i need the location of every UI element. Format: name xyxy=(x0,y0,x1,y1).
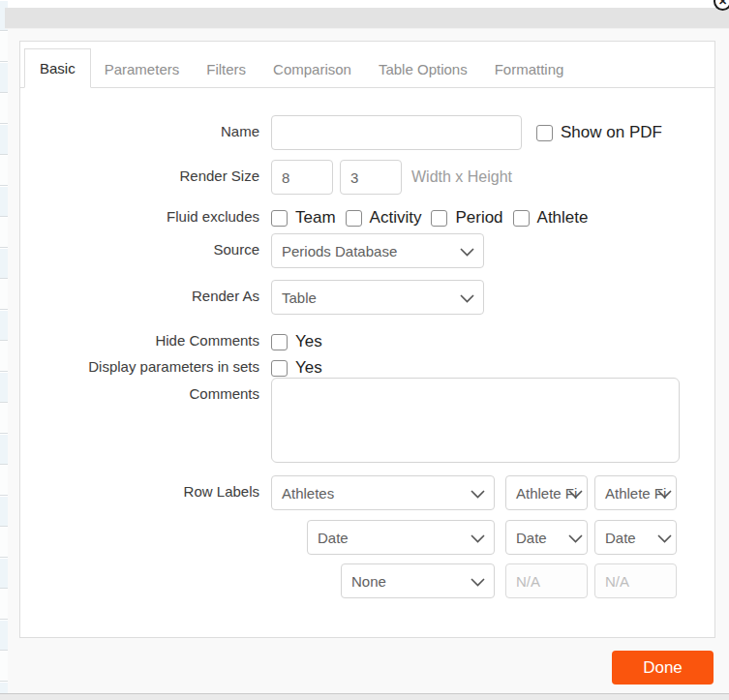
display-parameters-option-label: Yes xyxy=(295,358,322,378)
display-parameters-label: Display parameters in sets xyxy=(20,354,271,375)
row-labels-main-value-3: None xyxy=(351,573,386,590)
background-bottom-strip xyxy=(0,693,729,700)
fluid-excludes-label: Fluid excludes xyxy=(20,204,271,225)
row-labels-row-1: Row Labels Athletes Athlete Fi Athlete F… xyxy=(20,475,714,510)
render-size-row: Render Size Width x Height xyxy=(20,160,714,195)
chevron-down-icon xyxy=(460,248,474,257)
row-labels-sub-select-2b[interactable]: Date xyxy=(594,520,677,555)
display-parameters-group: Yes xyxy=(271,354,322,378)
edit-element-dialog: Basic Parameters Filters Comparison Tabl… xyxy=(8,29,729,693)
row-labels-na-field-a: N/A xyxy=(505,563,588,598)
row-labels-main-value-1: Athletes xyxy=(282,485,334,502)
tab-basic[interactable]: Basic xyxy=(24,48,91,88)
fluid-activity-label: Activity xyxy=(370,208,422,228)
render-as-select[interactable]: Table xyxy=(271,280,484,315)
chevron-down-icon xyxy=(568,534,583,543)
render-size-label: Render Size xyxy=(20,160,271,184)
hide-comments-checkbox[interactable] xyxy=(271,334,288,350)
na-value-a: N/A xyxy=(516,573,540,590)
render-as-row: Render As Table xyxy=(20,280,714,315)
show-on-pdf-checkbox[interactable] xyxy=(536,125,553,141)
source-select[interactable]: Periods Database xyxy=(271,233,484,268)
row-labels-sub-value-2a: Date xyxy=(516,530,547,546)
tab-filters[interactable]: Filters xyxy=(193,51,259,87)
row-labels-main-select-2[interactable]: Date xyxy=(307,520,495,555)
row-labels-sub-value-2b: Date xyxy=(605,530,636,546)
row-labels-row-2: Date Date Date xyxy=(20,520,714,555)
chevron-down-icon xyxy=(471,534,485,543)
fluid-period-checkbox[interactable] xyxy=(431,210,447,227)
chevron-down-icon xyxy=(471,490,485,499)
source-select-value: Periods Database xyxy=(282,243,397,259)
tab-formatting[interactable]: Formatting xyxy=(481,51,578,87)
chevron-down-icon xyxy=(657,490,672,499)
row-labels-row-3: None N/A N/A xyxy=(20,563,714,598)
comments-label: Comments xyxy=(20,378,271,402)
row-labels-label: Row Labels xyxy=(20,475,271,500)
chevron-down-icon xyxy=(460,294,474,303)
row-labels-sub-select-1b[interactable]: Athlete Fi xyxy=(594,475,677,510)
basic-form: Name Show on PDF Render Size Width x Hei… xyxy=(20,88,714,598)
render-width-input[interactable] xyxy=(271,160,333,195)
show-on-pdf-label: Show on PDF xyxy=(561,123,662,142)
tab-comparison[interactable]: Comparison xyxy=(259,51,365,87)
tab-parameters[interactable]: Parameters xyxy=(91,51,194,87)
dialog-panel: Basic Parameters Filters Comparison Tabl… xyxy=(19,41,715,638)
name-input[interactable] xyxy=(271,115,522,150)
comments-row: Comments xyxy=(20,378,714,463)
render-size-hint: Width x Height xyxy=(411,168,512,186)
fluid-team-label: Team xyxy=(295,208,336,228)
fluid-excludes-row: Fluid excludes Team Activity Period Athl… xyxy=(20,204,714,228)
fluid-activity-checkbox[interactable] xyxy=(346,210,362,227)
comments-textarea[interactable] xyxy=(271,378,680,463)
hide-comments-option-label: Yes xyxy=(295,332,322,351)
render-height-input[interactable] xyxy=(340,160,402,195)
render-as-select-value: Table xyxy=(282,289,317,306)
chevron-down-icon xyxy=(657,534,672,543)
hide-comments-group: Yes xyxy=(271,328,322,351)
background-top-band xyxy=(5,8,729,29)
hide-comments-label: Hide Comments xyxy=(20,328,271,349)
chevron-down-icon xyxy=(471,578,485,587)
name-row: Name Show on PDF xyxy=(20,115,714,150)
row-labels-na-field-b: N/A xyxy=(594,563,677,598)
done-button[interactable]: Done xyxy=(612,651,714,685)
render-as-label: Render As xyxy=(20,280,271,304)
fluid-excludes-options: Team Activity Period Athlete xyxy=(271,204,598,228)
dialog-tabbar: Basic Parameters Filters Comparison Tabl… xyxy=(20,42,714,88)
source-label: Source xyxy=(20,233,271,258)
background-page-sliver xyxy=(0,0,8,700)
display-parameters-row: Display parameters in sets Yes xyxy=(20,354,714,378)
hide-comments-row: Hide Comments Yes xyxy=(20,328,714,351)
fluid-athlete-checkbox[interactable] xyxy=(513,210,530,227)
row-labels-sub-select-1a[interactable]: Athlete Fi xyxy=(505,475,588,510)
na-value-b: N/A xyxy=(605,573,629,590)
row-labels-main-select-1[interactable]: Athletes xyxy=(271,475,495,510)
chevron-down-icon xyxy=(568,490,583,499)
source-row: Source Periods Database xyxy=(20,233,714,268)
show-on-pdf-group: Show on PDF xyxy=(536,123,662,142)
row-labels-main-select-3[interactable]: None xyxy=(341,563,495,598)
tab-table-options[interactable]: Table Options xyxy=(365,51,481,87)
display-parameters-checkbox[interactable] xyxy=(271,360,288,377)
row-labels-main-value-2: Date xyxy=(318,530,349,546)
fluid-athlete-label: Athlete xyxy=(537,208,589,228)
fluid-team-checkbox[interactable] xyxy=(271,210,288,227)
fluid-period-label: Period xyxy=(455,208,502,228)
row-labels-sub-select-2a[interactable]: Date xyxy=(505,520,588,555)
name-label: Name xyxy=(20,115,271,139)
